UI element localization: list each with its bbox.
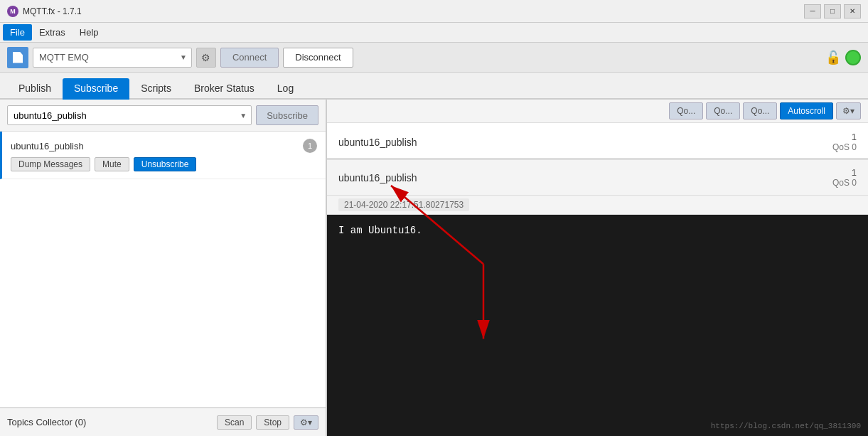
message-detail-header: ubuntu16_publish 1 QoS 0 bbox=[327, 160, 868, 196]
connection-input[interactable] bbox=[33, 50, 176, 64]
message-timestamp: 21-04-2020 22:17:51.80271753 bbox=[338, 198, 469, 211]
left-panel: ▼ Subscribe ubuntu16_publish 1 Dump Mess… bbox=[0, 100, 327, 436]
close-button[interactable]: ✕ bbox=[844, 4, 861, 18]
subscription-actions: Dump Messages Mute Unsubscribe bbox=[11, 157, 317, 171]
topics-collector-label: Topics Collector (0) bbox=[7, 417, 213, 427]
message-count: 1 bbox=[852, 132, 857, 142]
qos0-button[interactable]: Qo... bbox=[669, 102, 703, 119]
window-controls: ─ □ ✕ bbox=[804, 4, 861, 18]
toolbar-right: 🔓 bbox=[825, 50, 861, 65]
topics-settings-button[interactable]: ⚙▾ bbox=[294, 415, 318, 430]
tab-scripts[interactable]: Scripts bbox=[129, 78, 183, 100]
mute-button[interactable]: Mute bbox=[95, 157, 129, 171]
unsubscribe-button[interactable]: Unsubscribe bbox=[134, 157, 197, 171]
main-content: ▼ Subscribe ubuntu16_publish 1 Dump Mess… bbox=[0, 100, 868, 436]
title-bar: M MQTT.fx - 1.7.1 ─ □ ✕ bbox=[0, 0, 868, 23]
lock-icon: 🔓 bbox=[825, 50, 841, 65]
message-detail-topic: ubuntu16_publish bbox=[338, 172, 417, 184]
message-qos: QoS 0 bbox=[832, 142, 857, 152]
dump-messages-button[interactable]: Dump Messages bbox=[11, 157, 90, 171]
message-settings-button[interactable]: ⚙▾ bbox=[836, 102, 861, 119]
connection-selector[interactable]: ▼ bbox=[33, 48, 192, 68]
subscription-badge: 1 bbox=[303, 139, 317, 153]
topics-collector: Topics Collector (0) Scan Stop ⚙▾ bbox=[0, 408, 326, 436]
app-icon: M bbox=[7, 6, 18, 17]
app-title: MQTT.fx - 1.7.1 bbox=[23, 6, 804, 16]
message-detail-panel: ubuntu16_publish 1 QoS 0 21-04-2020 22:1… bbox=[327, 160, 868, 436]
timestamp-row: 21-04-2020 22:17:51.80271753 bbox=[327, 196, 868, 215]
autoscroll-button[interactable]: Autoscroll bbox=[780, 102, 833, 119]
topic-input[interactable] bbox=[8, 109, 235, 122]
tab-log[interactable]: Log bbox=[266, 78, 305, 100]
message-topic: ubuntu16_publish bbox=[338, 137, 417, 148]
message-header: ubuntu16_publish 1 QoS 0 bbox=[327, 123, 868, 159]
toolbar: ▼ ⚙ Connect Disconnect 🔓 bbox=[0, 43, 868, 73]
message-detail-qos: QoS 0 bbox=[832, 178, 857, 188]
subscription-list: ubuntu16_publish 1 Dump Messages Mute Un… bbox=[0, 132, 326, 408]
qos-row: Qo... Qo... Qo... Autoscroll ⚙▾ bbox=[327, 100, 868, 123]
connection-settings-button[interactable]: ⚙ bbox=[196, 48, 216, 68]
connection-dropdown-arrow[interactable]: ▼ bbox=[176, 53, 191, 61]
right-panel: Qo... Qo... Qo... Autoscroll ⚙▾ ubuntu16… bbox=[327, 100, 868, 436]
connection-status-indicator bbox=[845, 50, 861, 65]
minimize-button[interactable]: ─ bbox=[804, 4, 821, 18]
menu-bar: File Extras Help bbox=[0, 23, 868, 43]
new-connection-button[interactable] bbox=[7, 47, 28, 68]
subscription-item-header: ubuntu16_publish 1 bbox=[11, 139, 317, 153]
message-detail-count: 1 bbox=[852, 167, 857, 178]
menu-file[interactable]: File bbox=[3, 24, 32, 41]
qos2-button[interactable]: Qo... bbox=[743, 102, 777, 119]
watermark: https://blog.csdn.net/qq_3811300 bbox=[711, 422, 861, 430]
menu-extras[interactable]: Extras bbox=[32, 24, 73, 41]
message-payload: I am Ubuntu16. https://blog.csdn.net/qq_… bbox=[327, 215, 868, 436]
menu-help[interactable]: Help bbox=[73, 24, 106, 41]
subscribe-row: ▼ Subscribe bbox=[0, 100, 326, 132]
topic-input-wrapper: ▼ bbox=[7, 105, 252, 125]
subscription-topic: ubuntu16_publish bbox=[11, 141, 84, 151]
message-list-item: ubuntu16_publish 1 QoS 0 bbox=[327, 123, 868, 160]
tab-broker-status[interactable]: Broker Status bbox=[183, 78, 266, 100]
maximize-button[interactable]: □ bbox=[824, 4, 841, 18]
scan-button[interactable]: Scan bbox=[217, 415, 252, 430]
connect-button[interactable]: Connect bbox=[220, 48, 279, 68]
tab-publish[interactable]: Publish bbox=[7, 78, 63, 100]
disconnect-button[interactable]: Disconnect bbox=[283, 48, 353, 68]
stop-button[interactable]: Stop bbox=[256, 415, 289, 430]
topic-dropdown-arrow[interactable]: ▼ bbox=[235, 112, 251, 119]
tab-bar: Publish Subscribe Scripts Broker Status … bbox=[0, 73, 868, 100]
qos1-button[interactable]: Qo... bbox=[706, 102, 740, 119]
subscription-item: ubuntu16_publish 1 Dump Messages Mute Un… bbox=[0, 132, 326, 179]
subscribe-button[interactable]: Subscribe bbox=[256, 105, 318, 125]
tab-subscribe[interactable]: Subscribe bbox=[63, 78, 129, 100]
